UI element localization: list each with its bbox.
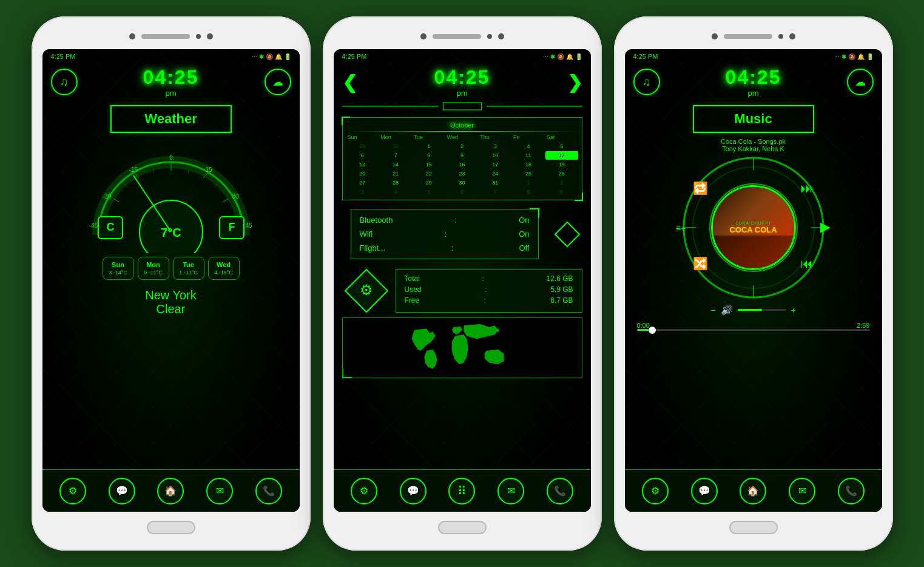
wifi-row: Wifi : On [360,229,530,239]
day-slot-tue: Tue 1 -11°C [173,257,204,280]
progress-bar-container: 0:00 2:59 [625,322,882,331]
svg-text:-45: -45 [89,222,98,229]
phone-music: 4:25 PM ··· ✱ 🔕 🔔 🔋 ♫ 04:25 pm [614,16,893,551]
cal-deco-line [346,131,578,132]
music-icon-left[interactable]: ♫ [51,69,78,95]
weather-header: ♫ 04:25 pm ☁ [42,64,300,100]
clock-ampm: pm [143,89,199,98]
nav-message[interactable]: 💬 [109,478,135,504]
svg-marker-31 [555,222,579,246]
storage-panel: Total : 12.6 GB Used : 5.9 GB Free : 6.7… [396,269,582,313]
album-art-inner: LUKA CHUPPI COCA COLA [713,187,794,268]
home-button[interactable] [147,521,195,534]
time-display: 04:25 pm [143,66,199,98]
calendar-month: October [346,121,578,129]
front-camera-3 [712,33,718,39]
weather-screen: 4:25 PM ··· ✱ 🔕 🔔 🔋 ♫ 04:25 pm [42,49,300,512]
storage-free: Free : 6.7 GB [405,296,573,305]
weather-icon-right[interactable]: ☁ [265,69,291,95]
day-slot-mon: Mon 0 -11°C [138,257,169,280]
music-title: Music [693,105,814,133]
clock-time-3: 04:25 [726,66,781,89]
nav-email-2[interactable]: ✉ [497,478,524,504]
front-camera-2 [420,33,427,39]
svg-text:🔀: 🔀 [692,256,707,271]
volume-icon: 🔊 [721,304,733,316]
vol-down-icon[interactable]: − [710,305,715,315]
nav-phone-2[interactable]: 📞 [547,478,573,504]
connectivity-panel: Bluetooth : On Wifi : On Flight... : Off [351,209,539,259]
gauge-svg: 0 -15 15 -30 30 -45 45 Temperature 7°C C [80,138,262,253]
sensor-dot-3 [789,33,795,39]
volume-track[interactable] [738,309,786,311]
sensor-dot [207,33,213,39]
day-slot-wed: Wed 4 -15°C [208,257,240,280]
time-display-2: 04:25 pm [434,66,490,98]
mic-dot-2 [487,34,492,39]
bluetooth-row: Bluetooth : On [360,216,530,225]
world-map [342,317,582,378]
header-deco [342,100,582,112]
status-time: 4:25 PM [51,53,76,60]
status-time-3: 4:25 PM [633,53,658,60]
day-slot-sun: Sun 3 -14°C [103,257,134,280]
home-button-3[interactable] [729,521,778,534]
svg-line-1 [113,199,120,202]
calendar-screen: 4:25 PM ··· ✱ 🔕 🔔 🔋 ❮ 04:25 pm ❯ [334,49,591,512]
nav-home-3[interactable]: 🏠 [740,478,766,504]
settings-storage-row: ⚙ Total : 12.6 GB Used : 5.9 GB [342,267,582,315]
progress-track[interactable] [637,329,870,331]
phone-bottom-bar-3 [625,515,882,540]
settings-icon-svg: ⚙ [342,267,391,315]
volume-fill [738,309,762,311]
clock-ampm-2: pm [434,89,490,98]
mic-dot-3 [778,34,783,39]
elapsed-time: 0:00 [637,322,650,329]
progress-fill [637,329,649,331]
settings-diamond[interactable]: ⚙ [342,267,391,315]
clock-time-2: 04:25 [434,66,490,89]
calendar-header: ❮ 04:25 pm ❯ [334,64,591,100]
volume-control: − 🔊 + [625,304,882,316]
music-bottom-nav: ⚙ 💬 🏠 ✉ 📞 [625,469,882,512]
progress-times: 0:00 2:59 [637,322,870,329]
nav-settings-2[interactable]: ⚙ [351,478,377,504]
music-player-area: 🔁 ⏭ ≡+ ▶ 🔀 ⏮ [663,155,845,300]
weather-icon-right-3[interactable]: ☁ [847,69,874,95]
calendar-bottom-nav: ⚙ 💬 ⠿ ✉ 📞 [334,469,591,512]
clock-ampm-3: pm [726,89,781,98]
progress-thumb[interactable] [649,327,656,334]
nav-diamond [552,205,582,263]
phone-weather: 4:25 PM ··· ✱ 🔕 🔔 🔋 ♫ 04:25 pm [32,16,311,551]
phone-top-bar-2 [334,27,591,46]
calendar-phone-screen: 4:25 PM ··· ✱ 🔕 🔔 🔋 ❮ 04:25 pm ❯ [334,49,591,512]
svg-text:-30: -30 [102,193,111,200]
music-icon-left-3[interactable]: ♫ [633,69,660,95]
calendar-widget: October Sun Mon Tue Wed Thu Fri Sat 29 3… [342,117,582,200]
nav-arrow-left[interactable]: ❮ [342,72,357,93]
nav-message-3[interactable]: 💬 [691,478,718,504]
nav-email[interactable]: ✉ [206,478,233,504]
nav-settings[interactable]: ⚙ [59,478,86,504]
day-forecast: Sun 3 -14°C Mon 0 -11°C Tue 1 -11°C Wed … [42,253,300,284]
music-header: ♫ 04:25 pm ☁ [625,64,882,100]
nav-grid[interactable]: ⠿ [448,478,475,504]
nav-phone[interactable]: 📞 [255,478,282,504]
svg-text:15: 15 [205,166,212,173]
nav-arrow-right[interactable]: ❯ [567,72,582,93]
svg-text:≡+: ≡+ [675,223,685,233]
svg-text:▶: ▶ [820,219,830,234]
phone-calendar: 4:25 PM ··· ✱ 🔕 🔔 🔋 ❮ 04:25 pm ❯ [323,16,602,551]
svg-text:F: F [228,221,235,233]
nav-phone-3[interactable]: 📞 [838,478,865,504]
nav-email-3[interactable]: ✉ [789,478,815,504]
home-button-2[interactable] [438,521,487,534]
nav-message-2[interactable]: 💬 [400,478,427,504]
status-icons-2: ··· ✱ 🔕 🔔 🔋 [543,53,582,60]
nav-settings-3[interactable]: ⚙ [642,478,669,504]
vol-up-icon[interactable]: + [791,305,796,315]
nav-home[interactable]: 🏠 [157,478,184,504]
music-phone-screen: 4:25 PM ··· ✱ 🔕 🔔 🔋 ♫ 04:25 pm [625,49,882,512]
status-bar-3: 4:25 PM ··· ✱ 🔕 🔔 🔋 [625,49,882,64]
weather-title: Weather [110,105,232,133]
